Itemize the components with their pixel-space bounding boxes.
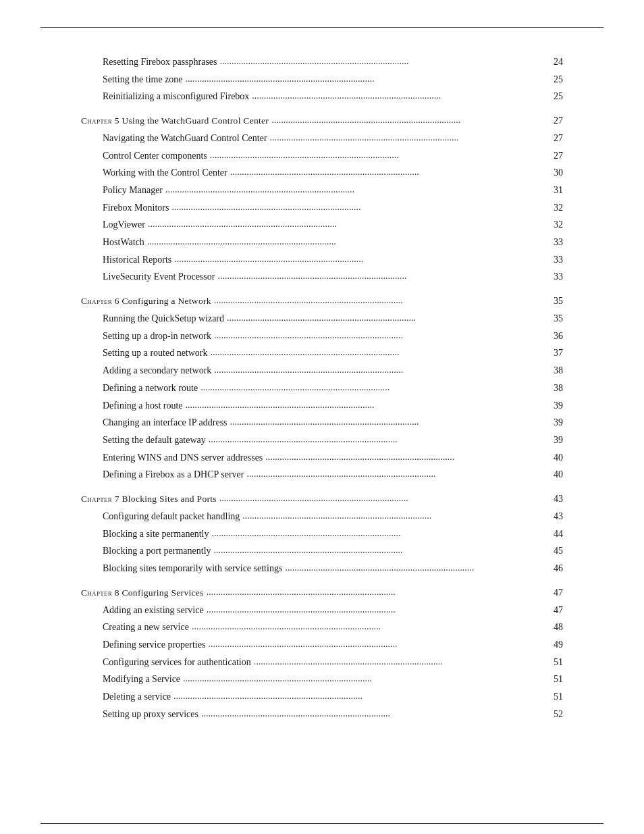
toc-entry: Control Center components...............… bbox=[81, 149, 563, 163]
toc-entry: Defining a network route................… bbox=[81, 381, 563, 396]
entry-label: Setting up a routed network bbox=[103, 346, 208, 361]
dots: ........................................… bbox=[207, 585, 551, 600]
toc-entry: Changing an interface IP address........… bbox=[81, 415, 563, 430]
entry-label: Reinitializing a misconfigured Firebox bbox=[103, 89, 249, 104]
page-number: 38 bbox=[554, 381, 563, 396]
dots: ........................................… bbox=[242, 509, 551, 523]
entry-label: Resetting Firebox passphrases bbox=[103, 55, 217, 70]
page-number: 46 bbox=[554, 561, 563, 576]
footer-page-number: viii bbox=[81, 831, 92, 834]
page-number: 47 bbox=[554, 585, 563, 600]
entry-label: Policy Manager bbox=[103, 183, 163, 198]
content: Resetting Firebox passphrases...........… bbox=[0, 28, 644, 764]
toc-entry: Working with the Control Center.........… bbox=[81, 165, 563, 180]
page-number: 35 bbox=[554, 294, 563, 309]
entry-label: Adding an existing service bbox=[103, 603, 204, 618]
toc-entry: Blocking sites temporarily with service … bbox=[81, 561, 563, 576]
page-number: 39 bbox=[554, 398, 563, 413]
entry-label: Defining service properties bbox=[103, 637, 205, 652]
entry-label: Navigating the WatchGuard Control Center bbox=[103, 131, 267, 146]
entry-label: Setting the time zone bbox=[103, 72, 183, 87]
dots: ........................................… bbox=[220, 54, 551, 69]
entry-label: LiveSecurity Event Processor bbox=[103, 269, 215, 284]
dots: ........................................… bbox=[173, 689, 551, 704]
toc-entry: Defining a host route...................… bbox=[81, 398, 563, 413]
chapter-label: Chapter 5 Using the WatchGuard Control C… bbox=[81, 114, 269, 128]
entry-label: HostWatch bbox=[103, 235, 144, 250]
dots: ........................................… bbox=[211, 526, 551, 541]
chapter-entry: Chapter 8 Configuring Services..........… bbox=[81, 585, 563, 600]
chapter-label: Chapter 6 Configuring a Network bbox=[81, 294, 211, 309]
page-number: 25 bbox=[554, 72, 563, 87]
dots: ........................................… bbox=[214, 543, 551, 558]
toc-entry: Setting up a routed network.............… bbox=[81, 346, 563, 361]
dots: ........................................… bbox=[186, 398, 551, 413]
toc-entry: Defining a Firebox as a DHCP server.....… bbox=[81, 467, 563, 482]
page-number: 25 bbox=[554, 89, 563, 104]
toc-entry: Firebox Monitors........................… bbox=[81, 201, 563, 215]
entry-label: Blocking sites temporarily with service … bbox=[103, 561, 282, 576]
page-number: 51 bbox=[554, 689, 563, 704]
chapter-entry: Chapter 7 Blocking Sites and Ports......… bbox=[81, 492, 563, 506]
dots: ........................................… bbox=[208, 637, 551, 652]
page-number: 31 bbox=[554, 183, 563, 198]
toc-entry: Historical Reports......................… bbox=[81, 253, 563, 267]
page-number: 44 bbox=[554, 527, 563, 542]
entry-label: Entering WINS and DNS server addresses bbox=[103, 450, 263, 465]
dots: ........................................… bbox=[271, 113, 551, 128]
entry-label: Working with the Control Center bbox=[103, 165, 227, 180]
dots: ........................................… bbox=[174, 252, 551, 267]
chapter-label: Chapter 8 Configuring Services bbox=[81, 586, 204, 600]
dots: ........................................… bbox=[285, 561, 551, 575]
dots: ........................................… bbox=[209, 432, 551, 447]
dots: ........................................… bbox=[210, 148, 551, 163]
toc-entry: Creating a new service..................… bbox=[81, 620, 563, 635]
dots: ........................................… bbox=[192, 619, 551, 634]
page-number: 33 bbox=[554, 253, 563, 267]
entry-label: Defining a host route bbox=[103, 398, 183, 413]
dots: ........................................… bbox=[211, 345, 551, 360]
dots: ........................................… bbox=[207, 602, 551, 617]
chapter-entry: Chapter 5 Using the WatchGuard Control C… bbox=[81, 113, 563, 128]
page-number: 39 bbox=[554, 433, 563, 448]
entry-label: LogViewer bbox=[103, 217, 145, 232]
dots: ........................................… bbox=[147, 234, 551, 249]
page-number: 51 bbox=[554, 655, 563, 670]
toc-entry: Running the QuickSetup wizard...........… bbox=[81, 311, 563, 326]
entry-label: Control Center components bbox=[103, 149, 207, 163]
toc-entry: Defining service properties.............… bbox=[81, 637, 563, 652]
entry-label: Running the QuickSetup wizard bbox=[103, 311, 224, 326]
page-number: 40 bbox=[554, 450, 563, 465]
toc-entry: Policy Manager..........................… bbox=[81, 183, 563, 198]
page-number: 27 bbox=[554, 113, 563, 128]
entry-label: Blocking a site permanently bbox=[103, 527, 209, 542]
page-number: 32 bbox=[554, 217, 563, 232]
toc-entry: Resetting Firebox passphrases...........… bbox=[81, 55, 563, 70]
entry-label: Firebox Monitors bbox=[103, 201, 169, 215]
dots: ........................................… bbox=[217, 269, 551, 284]
toc-entry: Reinitializing a misconfigured Firebox..… bbox=[81, 89, 563, 104]
dots: ........................................… bbox=[219, 491, 551, 506]
toc-entry: LogViewer...............................… bbox=[81, 217, 563, 232]
entry-label: Changing an interface IP address bbox=[103, 415, 227, 430]
dots: ........................................… bbox=[265, 450, 551, 465]
chapter-entry: Chapter 6 Configuring a Network.........… bbox=[81, 294, 563, 309]
toc-entry: Setting the time zone...................… bbox=[81, 72, 563, 87]
page-number: 51 bbox=[554, 672, 563, 687]
page-number: 39 bbox=[554, 415, 563, 430]
dots: ........................................… bbox=[246, 467, 551, 481]
toc-entry: Setting up proxy services...............… bbox=[81, 707, 563, 722]
dots: ........................................… bbox=[230, 165, 551, 180]
dots: ........................................… bbox=[186, 72, 551, 86]
page-number: 52 bbox=[554, 707, 563, 722]
toc-entry: Setting up a drop-in network............… bbox=[81, 329, 563, 344]
entry-label: Creating a new service bbox=[103, 620, 189, 635]
dots: ........................................… bbox=[214, 328, 551, 343]
entry-label: Defining a Firebox as a DHCP server bbox=[103, 467, 244, 482]
page-number: 43 bbox=[554, 509, 563, 524]
page: Resetting Firebox passphrases...........… bbox=[0, 27, 644, 834]
entry-label: Setting up a drop-in network bbox=[103, 329, 211, 344]
page-number: 33 bbox=[554, 269, 563, 284]
dots: ........................................… bbox=[227, 311, 551, 325]
entry-label: Setting the default gateway bbox=[103, 433, 206, 448]
